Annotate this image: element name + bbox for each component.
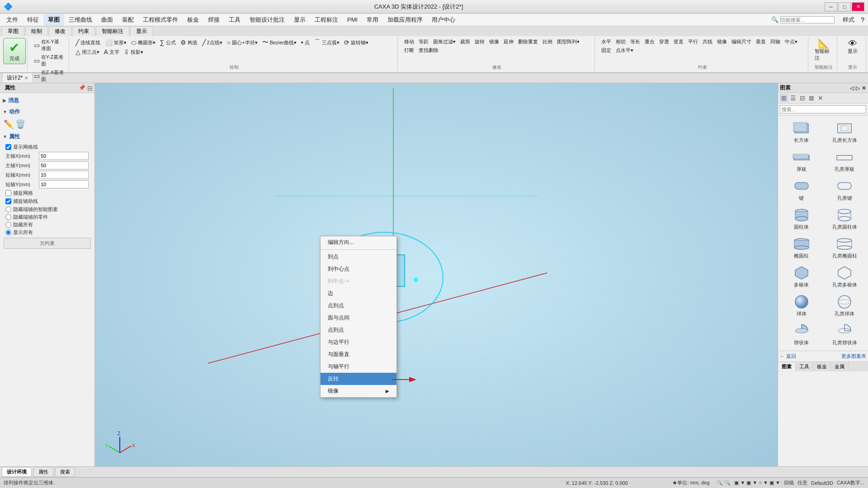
- menu-engpart[interactable]: 工程模式零件: [138, 14, 183, 26]
- parallel-btn[interactable]: 平行: [686, 38, 700, 46]
- move-btn[interactable]: 移动: [402, 38, 416, 46]
- right-tab-shapes[interactable]: 图素: [778, 362, 796, 371]
- menu-assembly[interactable]: 装配: [118, 14, 138, 26]
- shape-key[interactable]: 键: [781, 176, 822, 203]
- shape-polygon[interactable]: 多棱体: [781, 263, 822, 290]
- delete-icon[interactable]: 🗑️: [15, 119, 25, 129]
- ctx-face-point[interactable]: 面与点间: [321, 312, 396, 324]
- shape-hole-thick-plate[interactable]: 孔类厚板: [824, 147, 866, 174]
- shape-cylinder[interactable]: 圆柱体: [781, 205, 822, 232]
- right-tab-tools[interactable]: 工具: [796, 362, 813, 371]
- panel-expand-icon[interactable]: ◁: [850, 85, 854, 91]
- menu-style[interactable]: 样式: [838, 14, 859, 26]
- rp-detail-icon[interactable]: ⊠: [807, 94, 816, 102]
- menu-sketch[interactable]: 草图: [43, 14, 64, 26]
- tangent-btn[interactable]: 相切: [614, 38, 627, 46]
- 3arc-btn[interactable]: ⌒三点弧▾: [312, 38, 341, 47]
- shape-sphere[interactable]: 球体: [781, 292, 822, 319]
- ribbon-tab-display[interactable]: 显示: [130, 26, 153, 36]
- edit-icon[interactable]: ✏️: [4, 119, 14, 129]
- continuous-line-btn[interactable]: ╱连续直线: [74, 38, 102, 47]
- trim-btn[interactable]: 裁剪: [458, 38, 472, 46]
- shape-hole-pie[interactable]: 孔类饼状体: [824, 321, 866, 348]
- menu-pmi[interactable]: PMI: [343, 14, 362, 25]
- ctx-mirror[interactable]: 镜像 ▶: [321, 385, 396, 397]
- hide-all-radio[interactable]: [5, 222, 11, 228]
- menu-surface[interactable]: 曲面: [97, 14, 118, 26]
- formula-btn[interactable]: ∑公式: [158, 38, 178, 47]
- rp-grid-icon[interactable]: ⊞: [780, 94, 788, 102]
- viewport[interactable]: X 编辑方向... 到点 到中心点 到中点-> 边 点到点 面与点间 点到点 与…: [95, 83, 778, 466]
- corner-filter-btn[interactable]: 圆角过滤▾: [431, 38, 458, 46]
- back-button[interactable]: ← 返回: [780, 353, 796, 360]
- edit-size-btn[interactable]: 编辑尺寸: [730, 38, 753, 46]
- right-panel-search-input[interactable]: [780, 105, 866, 113]
- circle-btn[interactable]: ○圆心+半径▾: [225, 38, 259, 47]
- del-repeat-btn[interactable]: 删除重复: [516, 38, 540, 46]
- shape-oval-cylinder[interactable]: 椭圆柱: [781, 234, 822, 261]
- penetrate-btn[interactable]: 穿透: [657, 38, 671, 46]
- shape-hole-polygon[interactable]: 孔类多棱体: [824, 263, 866, 290]
- equal-len-btn[interactable]: 等长: [628, 38, 642, 46]
- menu-smartanno[interactable]: 智能设计批注: [245, 14, 289, 26]
- midpoint-c-btn[interactable]: 中点▾: [783, 38, 799, 46]
- menu-loadapp[interactable]: 加载应用程序: [383, 14, 427, 26]
- shape-hole-rectangular[interactable]: 孔类长方体: [824, 118, 866, 145]
- ribbon-tab-draw[interactable]: 绘制: [25, 26, 48, 36]
- axis-y-input[interactable]: [39, 161, 89, 169]
- 2point-line-btn[interactable]: ╱2点线▾: [200, 38, 224, 47]
- ribbon-tab-smartanno[interactable]: 智能标注: [96, 26, 129, 36]
- shape-rectangular[interactable]: 长方体: [781, 118, 822, 145]
- rp-list-icon[interactable]: ☰: [789, 94, 797, 102]
- ctx-edge[interactable]: 边: [321, 287, 396, 300]
- smart-anno-btn[interactable]: 📐 智能标注: [813, 38, 834, 62]
- bezier-btn[interactable]: 〜Bezier曲线▾: [260, 38, 298, 47]
- menu-display[interactable]: 显示: [289, 14, 310, 26]
- tab-design-env[interactable]: 设计环境: [2, 467, 32, 477]
- scale-btn[interactable]: 比例: [541, 38, 554, 46]
- fixed-btn[interactable]: 固定: [599, 47, 613, 54]
- concentric-btn[interactable]: 同轴: [769, 38, 782, 46]
- ctx-to-point[interactable]: 到点: [321, 251, 396, 263]
- ctx-parallel-edge[interactable]: 与边平行: [321, 336, 396, 348]
- menu-enganno[interactable]: 工程标注: [310, 14, 343, 26]
- menu-tools[interactable]: 工具: [224, 14, 245, 26]
- horizontal-btn[interactable]: 水平: [599, 38, 613, 46]
- shape-hole-cylinder[interactable]: 孔类圆柱体: [824, 205, 866, 232]
- zx-plane-btn[interactable]: ▭ 在Z-X基准面: [32, 69, 66, 83]
- construct-btn[interactable]: ⚙构造: [179, 38, 199, 47]
- more-library-button[interactable]: 更多图素库: [841, 353, 866, 360]
- minimize-button[interactable]: ─: [825, 2, 837, 11]
- display-btn[interactable]: 👁 显示: [846, 38, 859, 56]
- show-grid-checkbox[interactable]: [5, 144, 11, 150]
- shape-hole-key[interactable]: 孔类键: [824, 176, 866, 203]
- help-icon[interactable]: ?: [859, 16, 866, 23]
- menu-weld[interactable]: 焊接: [203, 14, 224, 26]
- right-tab-sheetmetal[interactable]: 板金: [813, 362, 831, 371]
- 3d-canvas[interactable]: X 编辑方向... 到点 到中心点 到中点-> 边 点到点 面与点间 点到点 与…: [95, 83, 778, 466]
- array-btn[interactable]: 图型阵列▾: [555, 38, 581, 46]
- ribbon-tab-constraint[interactable]: 约束: [72, 26, 95, 36]
- ctx-parallel-axis[interactable]: 与轴平行: [321, 361, 396, 373]
- ctx-point-to-point2[interactable]: 点到点: [321, 324, 396, 336]
- rect-btn[interactable]: ⬜矩形▾: [103, 38, 128, 47]
- capture-grid-checkbox[interactable]: [5, 190, 11, 196]
- point-btn[interactable]: •点: [299, 38, 311, 47]
- collinear-btn[interactable]: 共线: [701, 38, 714, 46]
- ribbon-tab-modify[interactable]: 修改: [49, 26, 71, 36]
- menu-file[interactable]: 文件: [2, 14, 23, 26]
- capture-assist-checkbox[interactable]: [5, 198, 11, 204]
- ellipse-btn[interactable]: ⬭椭圆形▾: [129, 38, 157, 47]
- close-button[interactable]: ✕: [852, 2, 864, 11]
- perpendicular-btn[interactable]: 垂直: [754, 38, 768, 46]
- left-panel-pin-icon[interactable]: 📌: [79, 84, 85, 92]
- ribbon-tab-sketch[interactable]: 草图: [2, 26, 24, 36]
- overlap-btn[interactable]: 重合: [643, 38, 656, 46]
- equidist-btn[interactable]: 等距: [417, 38, 430, 46]
- doc-tab-design2[interactable]: 设计2* ✕: [2, 73, 33, 83]
- shape-thick-plate[interactable]: 厚板: [781, 147, 822, 174]
- project-btn[interactable]: ⇩投影▾: [122, 48, 145, 56]
- shape-hole-oval-cylinder[interactable]: 孔类椭圆柱: [824, 234, 866, 261]
- xy-plane-btn[interactable]: ▭ 在X-Y基准面: [32, 38, 66, 52]
- point-horiz-btn[interactable]: 点水平▾: [614, 47, 635, 54]
